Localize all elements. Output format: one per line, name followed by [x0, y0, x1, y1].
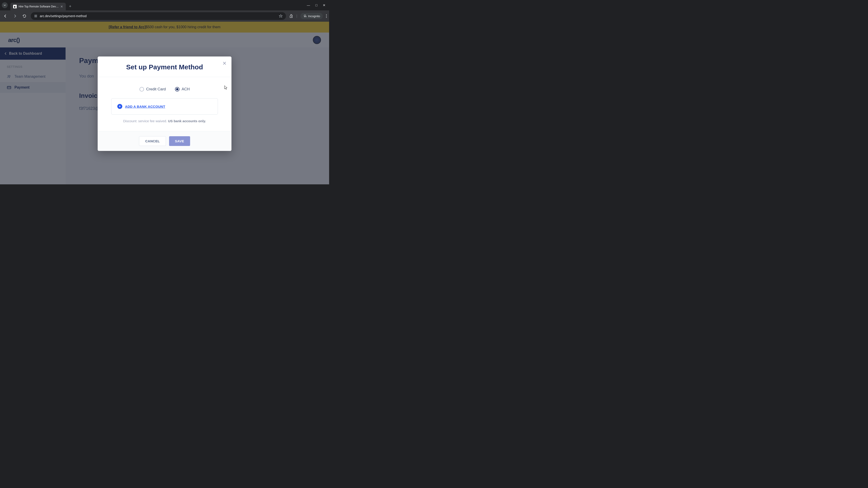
- reload-icon: [22, 14, 26, 18]
- modal-body: Credit Card ACH + ADD A BANK ACCOUNT Dis…: [98, 77, 231, 131]
- tab-favicon-icon: ◧: [13, 5, 17, 8]
- radio-credit-card[interactable]: Credit Card: [140, 87, 166, 92]
- forward-button[interactable]: [12, 13, 18, 19]
- chevron-down-icon: [3, 4, 6, 6]
- payment-method-modal: Set up Payment Method ✕ Credit Card ACH …: [98, 57, 231, 151]
- svg-point-5: [326, 17, 327, 18]
- add-bank-label: ADD A BANK ACCOUNT: [125, 105, 165, 108]
- bookmark-star-icon[interactable]: [279, 14, 283, 18]
- url-bar[interactable]: arc.dev/settings/payment-method: [31, 12, 286, 20]
- radio-icon: [140, 87, 144, 92]
- window-controls: — □ ✕: [307, 3, 327, 7]
- svg-rect-0: [34, 15, 37, 15]
- modal-title: Set up Payment Method: [107, 63, 222, 71]
- new-tab-button[interactable]: +: [69, 4, 71, 9]
- maximize-button[interactable]: □: [315, 3, 317, 7]
- add-bank-account-button[interactable]: + ADD A BANK ACCOUNT: [111, 98, 218, 115]
- browser-toolbar: arc.dev/settings/payment-method | Incogn…: [0, 10, 329, 22]
- arrow-right-icon: [13, 14, 17, 18]
- svg-point-4: [326, 16, 327, 17]
- page-content: [Refer a friend to Arc] $500 cash for yo…: [0, 22, 329, 184]
- modal-overlay[interactable]: Set up Payment Method ✕ Credit Card ACH …: [0, 22, 329, 184]
- browser-tab[interactable]: ◧ Hire Top Remote Software Dev… ✕: [10, 3, 66, 10]
- browser-menu-icon[interactable]: [326, 14, 327, 18]
- radio-icon: [175, 87, 180, 92]
- radio-label: ACH: [182, 87, 190, 92]
- radio-ach[interactable]: ACH: [175, 87, 190, 92]
- svg-rect-1: [34, 16, 37, 16]
- extensions-icon[interactable]: [289, 14, 293, 18]
- site-settings-icon: [34, 14, 37, 18]
- tab-search-button[interactable]: [2, 2, 8, 8]
- payment-type-radio-group: Credit Card ACH: [111, 87, 218, 92]
- incognito-label: Incognito: [308, 14, 320, 18]
- tab-close-button[interactable]: ✕: [60, 5, 63, 8]
- discount-prefix: Discount: service fee waived.: [123, 119, 168, 123]
- svg-point-3: [326, 14, 327, 15]
- incognito-badge[interactable]: Incognito: [301, 13, 323, 19]
- back-button[interactable]: [2, 13, 8, 19]
- discount-bold: US bank accounts only.: [168, 119, 206, 123]
- arrow-left-icon: [3, 14, 7, 18]
- plus-circle-icon: +: [117, 104, 122, 109]
- minimize-button[interactable]: —: [307, 3, 310, 7]
- svg-rect-2: [34, 17, 37, 17]
- modal-close-button[interactable]: ✕: [222, 61, 226, 66]
- browser-tab-strip: ◧ Hire Top Remote Software Dev… ✕ + — □ …: [0, 0, 329, 10]
- save-button[interactable]: SAVE: [169, 136, 190, 146]
- cancel-button[interactable]: CANCEL: [139, 136, 166, 146]
- close-window-button[interactable]: ✕: [323, 3, 326, 7]
- incognito-icon: [303, 14, 307, 18]
- reload-button[interactable]: [21, 13, 28, 19]
- modal-header: Set up Payment Method ✕: [98, 57, 231, 77]
- radio-label: Credit Card: [146, 87, 166, 92]
- modal-footer: CANCEL SAVE: [98, 131, 231, 151]
- tab-title: Hire Top Remote Software Dev…: [19, 5, 59, 8]
- url-text: arc.dev/settings/payment-method: [40, 14, 276, 18]
- discount-text: Discount: service fee waived. US bank ac…: [111, 119, 218, 123]
